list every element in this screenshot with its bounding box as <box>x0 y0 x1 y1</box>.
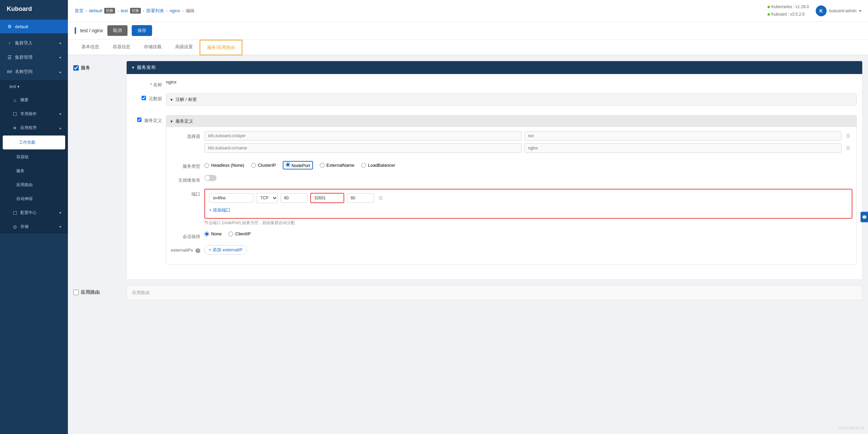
form-row-external-ips: externalIPs ? + 添加 externalIP <box>170 245 852 255</box>
sidebar-item-pods[interactable]: 容器组 <box>0 150 68 164</box>
service-def-header[interactable]: ▾ 服务定义 <box>166 115 856 127</box>
add-port-button[interactable]: + 添加端口 <box>209 206 848 215</box>
selector-val-0[interactable] <box>524 131 842 141</box>
user-info[interactable]: K kuboard-admin ▾ <box>816 5 861 16</box>
radio-session-clientip[interactable]: ClientIP <box>228 231 251 236</box>
sidebar-item-service[interactable]: 服务 <box>0 164 68 178</box>
sidebar-item-default[interactable]: ⚙ default <box>0 20 68 33</box>
radio-nodeport[interactable]: NodePort <box>283 161 313 169</box>
service-panel-header: ▾ 服务发布 <box>127 61 862 74</box>
tab-advanced-settings[interactable]: 高级设置 <box>168 40 200 55</box>
breadcrumb-test-tag[interactable]: 切换 <box>130 8 141 14</box>
add-external-ip-button[interactable]: + 添加 externalIP <box>204 245 247 255</box>
session-content: None ClientIP <box>204 231 852 236</box>
name-input[interactable] <box>166 79 234 85</box>
chevron-up-icon: ▴ <box>59 70 61 74</box>
sidebar-item-workload[interactable]: 工作负载 <box>3 135 65 149</box>
header-right: Kubernetes : v1.28.0 Kuboard : v3.5.2.6 … <box>768 3 861 18</box>
breadcrumb-test[interactable]: test <box>121 8 128 13</box>
external-ips-help-icon[interactable]: ? <box>196 248 200 253</box>
sidebar-item-autoscale[interactable]: 自动伸缩 <box>0 192 68 206</box>
app-route-row: 应用路由 应用路由 <box>73 285 863 300</box>
user-name: kuboard-admin <box>829 8 856 13</box>
home-icon: ⌂ <box>12 97 18 103</box>
port-target-input[interactable] <box>347 193 374 203</box>
rolling-label: 主就绪发布 <box>170 175 204 183</box>
session-radio-group: None ClientIP <box>204 231 852 236</box>
breadcrumb: 首页 › default 切换 › test 切换 › 部署列表 › nginx… <box>75 8 195 14</box>
storage-icon: ⊙ <box>12 224 18 230</box>
port-protocol-select[interactable]: TCP UDP <box>256 193 278 203</box>
radio-externalname[interactable]: ExternalName <box>320 163 354 168</box>
save-button[interactable]: 保存 <box>132 25 152 36</box>
annotation-header[interactable]: ▾ 注解 / 标签 <box>166 94 856 105</box>
sidebar-item-app-route[interactable]: 应用路由 <box>0 178 68 192</box>
sidebar-item-apps[interactable]: ✈ 应用程序 ▴ <box>0 121 68 135</box>
annotation-section: ▾ 注解 / 标签 <box>166 93 857 106</box>
kuboard-status-dot <box>768 13 770 16</box>
radio-clusterip[interactable]: ClusterIP <box>251 163 276 168</box>
breadcrumb-default-tag[interactable]: 切换 <box>104 8 115 14</box>
breadcrumb-deploy-list[interactable]: 部署列表 <box>146 8 164 14</box>
breadcrumb-default[interactable]: default <box>89 8 102 13</box>
radio-headless[interactable]: Headless (None) <box>204 163 244 168</box>
service-def-checkbox[interactable] <box>137 117 142 122</box>
page-header-accent <box>75 27 76 34</box>
radio-loadbalancer[interactable]: LoadBalancer <box>361 163 395 168</box>
metadata-checkbox[interactable] <box>142 96 146 100</box>
selector-key-0[interactable] <box>204 131 522 141</box>
service-panel-body: * 名称 元数据 <box>127 74 862 279</box>
breadcrumb-nginx[interactable]: nginx <box>169 8 180 13</box>
test-label: test ▾ <box>10 84 19 89</box>
name-label: * 名称 <box>132 79 166 88</box>
sidebar-item-test[interactable]: test ▾ <box>0 80 68 93</box>
service-type-content: Headless (None) ClusterIP <box>204 161 852 169</box>
k8s-status-dot <box>768 6 770 8</box>
service-panel: ▾ 服务发布 * 名称 元数据 <box>126 61 863 280</box>
namespace-icon: ## <box>7 69 12 74</box>
sidebar-item-cluster-manage[interactable]: ☰ 集群管理 ▾ <box>0 50 68 65</box>
metadata-content: ▾ 注解 / 标签 <box>166 93 857 110</box>
service-row: 服务 ▾ 服务发布 * 名称 <box>73 61 863 284</box>
delete-selector-1-icon[interactable]: 🗑 <box>844 144 852 152</box>
tab-basic-info[interactable]: 基本信息 <box>75 40 106 55</box>
delete-port-icon[interactable]: 🗑 <box>377 194 385 202</box>
chevron-down-icon: ▾ <box>59 112 61 116</box>
sidebar-section-default: ⚙ default <box>0 18 68 35</box>
cluster-icon: ☰ <box>7 55 12 60</box>
selector-key-1[interactable] <box>204 143 522 153</box>
chevron-up-icon: ▴ <box>59 126 61 130</box>
content-area: 服务 ▾ 服务发布 * 名称 <box>68 55 868 434</box>
sidebar-item-namespace[interactable]: ## 名称空间 ▴ <box>0 65 68 79</box>
port-container-input[interactable] <box>280 193 308 203</box>
sidebar-item-cluster-import[interactable]: ↑ 集群导入 ▾ <box>0 36 68 50</box>
service-definition-section: ▾ 服务定义 选择器 <box>166 115 857 265</box>
version-info: Kubernetes : v1.28.0 Kuboard : v3.5.2.6 <box>768 3 809 18</box>
sidebar-item-common-ops[interactable]: ☐ 常用操作 ▾ <box>0 107 68 121</box>
sidebar-item-overview[interactable]: ⌂ 概要 <box>0 93 68 107</box>
nodeport-note: 节点端口 (nodePort) 如果为空，则由集群自动分配 <box>204 220 852 226</box>
tab-storage-mount[interactable]: 存储挂载 <box>137 40 168 55</box>
chevron-down-icon: ▾ <box>59 56 61 59</box>
tab-container-info[interactable]: 容器信息 <box>106 40 137 55</box>
port-nodeport-input[interactable] <box>310 193 344 203</box>
selector-val-1[interactable] <box>524 143 842 153</box>
breadcrumb-home[interactable]: 首页 <box>75 8 84 14</box>
user-avatar: K <box>816 5 827 16</box>
app-route-checkbox[interactable] <box>73 290 79 295</box>
metadata-label: 元数据 <box>132 93 166 102</box>
radio-session-none[interactable]: None <box>204 231 222 236</box>
tab-service-route[interactable]: 服务/应用路由 <box>200 40 242 55</box>
sidebar-item-config[interactable]: ☐ 配置中心 ▾ <box>0 206 68 220</box>
sidebar-item-storage[interactable]: ⊙ 存储 ▾ <box>0 220 68 234</box>
apps-icon: ✈ <box>12 125 18 131</box>
service-def-content: ▾ 服务定义 选择器 <box>166 115 857 269</box>
chat-bubble[interactable]: 💬 <box>861 212 868 222</box>
chevron-down-icon: ▾ <box>59 41 61 45</box>
form-row-metadata: 元数据 ▾ 注解 / 标签 <box>132 93 857 110</box>
cancel-button[interactable]: 取消 <box>107 25 128 36</box>
port-name-input[interactable] <box>209 193 253 203</box>
rolling-toggle[interactable] <box>204 175 217 181</box>
service-checkbox[interactable] <box>73 65 79 71</box>
delete-selector-0-icon[interactable]: 🗑 <box>844 131 852 140</box>
